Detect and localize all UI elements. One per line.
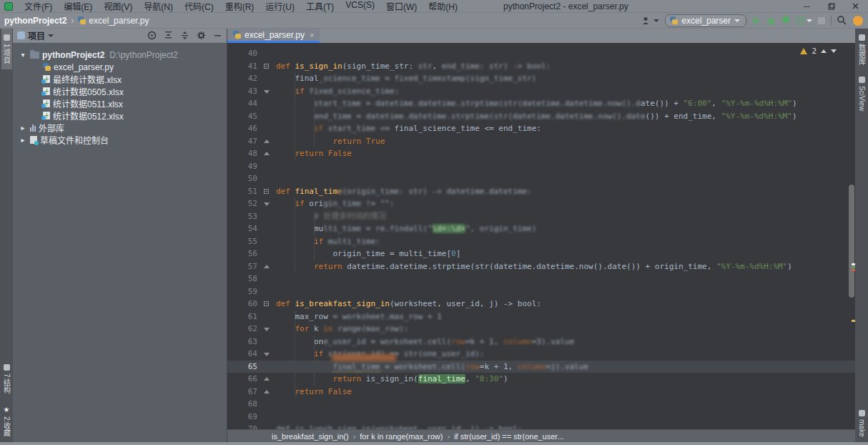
hide-panel-button[interactable] (213, 31, 222, 40)
tool-window-button-database[interactable]: 数据库 (857, 29, 867, 71)
fold-marker[interactable] (262, 323, 272, 336)
chevron-down-icon[interactable]: ▾ (19, 51, 27, 59)
menubar-item[interactable]: 视图(V) (98, 0, 138, 13)
chevron-down-icon[interactable] (48, 34, 54, 37)
code-line-66[interactable]: 66 return is_sign_in(final_time, "8:30") (227, 373, 855, 386)
avatar-icon[interactable] (852, 14, 864, 27)
minimize-button[interactable] (795, 0, 819, 12)
tool-window-button-sciview[interactable]: SciView (858, 71, 866, 117)
tree-item[interactable]: excel_parser.py (13, 61, 227, 73)
menubar-item[interactable]: 窗口(W) (380, 0, 423, 13)
code-line-41[interactable]: 41def is_sign_in(sign_time_str: str, end… (227, 60, 855, 73)
menubar-item[interactable]: 文件(F) (19, 0, 58, 13)
code-line-46[interactable]: 46 if start_time <= final_science_time <… (227, 122, 855, 135)
tab-close-icon[interactable]: × (310, 31, 314, 39)
prev-warning-icon[interactable] (821, 49, 827, 53)
fold-marker[interactable] (262, 147, 272, 160)
tree-item[interactable]: ▸草稿文件和控制台 (13, 134, 227, 146)
code-line-42[interactable]: 42 final_science_time = fixed_timestamp(… (227, 72, 855, 85)
menubar-item[interactable]: 编辑(E) (58, 0, 98, 13)
code-editor[interactable]: 4041def is_sign_in(sign_time_str: str, e… (227, 43, 855, 429)
code-line-54[interactable]: 54 multi_time = re.findall("\d+:\d+", or… (227, 222, 855, 235)
menubar-item[interactable]: 重构(R) (220, 0, 260, 13)
editor-breadcrumb-item[interactable]: for k in range(max_row) (360, 432, 443, 441)
tab-excel-parser[interactable]: excel_parser.py × (227, 29, 320, 43)
code-line-62[interactable]: 62 for k in range(max_row): (227, 323, 855, 336)
fold-marker[interactable] (262, 298, 272, 310)
chevron-right-icon[interactable]: ▸ (19, 136, 27, 144)
tool-window-button-structure[interactable]: 7:结构 (1, 358, 12, 399)
fold-marker[interactable] (262, 373, 272, 386)
code-line-68[interactable]: 68 (227, 398, 855, 411)
stripe-mark-yellow[interactable] (852, 320, 855, 322)
fold-marker[interactable] (262, 348, 272, 361)
code-line-44[interactable]: 44 start_time = datetime.datetime.strpti… (227, 97, 855, 110)
fold-marker[interactable] (262, 197, 272, 210)
stripe-mark-white[interactable] (852, 263, 855, 265)
code-line-60[interactable]: 60def is_breakfast_sign_in(worksheet, us… (227, 298, 855, 310)
run-button[interactable] (752, 14, 761, 27)
tree-item[interactable]: 统计数据0505.xlsx (13, 85, 227, 97)
collapse-all-button[interactable] (180, 31, 189, 40)
fold-marker[interactable] (262, 185, 272, 198)
fold-marker[interactable] (262, 60, 272, 73)
stripe-mark-red[interactable] (852, 269, 855, 271)
chevron-right-icon[interactable]: ▸ (19, 124, 27, 132)
profiler-button[interactable] (796, 14, 812, 27)
code-line-67[interactable]: 67 return False (227, 386, 855, 398)
code-line-48[interactable]: 48 return False (227, 147, 855, 160)
menubar-item[interactable]: 工具(T) (300, 0, 340, 13)
code-line-40[interactable]: 40 (227, 47, 855, 60)
run-configuration-select[interactable]: excel_parser (665, 14, 746, 27)
code-line-59[interactable]: 59 (227, 285, 855, 298)
tree-item[interactable]: 统计数据0511.xlsx (13, 97, 227, 109)
maximize-button[interactable] (819, 0, 844, 12)
fold-marker[interactable] (262, 386, 272, 398)
code-line-63[interactable]: 63 one_user_id = worksheet.cell(row=k + … (227, 336, 855, 348)
tool-window-button-star[interactable]: ★2:收藏 (1, 400, 12, 442)
breadcrumb-item[interactable]: pythonProject2 (4, 16, 66, 26)
code-line-55[interactable]: 55 if multi_time: (227, 235, 855, 248)
fold-marker[interactable] (262, 260, 272, 273)
menubar-item[interactable]: 导航(N) (138, 0, 179, 13)
settings-gear-icon[interactable] (197, 31, 206, 40)
fold-marker[interactable] (262, 85, 272, 98)
tool-window-button-folder[interactable]: 1:项目 (1, 29, 12, 69)
code-line-64[interactable]: 64 if str(user_id) == str(one_user_id): (227, 348, 855, 361)
expand-all-button[interactable] (164, 31, 173, 40)
code-line-70[interactable]: 70def is_lunch_sign_in(worksheet, user_i… (227, 423, 855, 429)
menubar-item[interactable]: 运行(U) (260, 0, 300, 13)
stripe-mark-green[interactable] (852, 266, 855, 268)
tree-item[interactable]: ▸外部库 (13, 122, 227, 134)
tool-window-button-hammer[interactable]: make (858, 404, 866, 442)
user-profile-icon[interactable] (642, 14, 659, 27)
search-everywhere-icon[interactable] (837, 14, 847, 27)
menubar-item[interactable]: 帮助(H) (423, 0, 463, 13)
inspections-widget[interactable]: 2 (800, 47, 837, 56)
code-line-43[interactable]: 43 if fixed_science_time: (227, 85, 855, 98)
code-line-53[interactable]: 53 # 处理多时间的情况 (227, 210, 855, 223)
code-line-45[interactable]: 45 end_time = datetime.datetime.strptime… (227, 110, 855, 123)
code-line-69[interactable]: 69 (227, 411, 855, 424)
menubar-item[interactable]: VCS(S) (340, 0, 380, 13)
code-line-50[interactable]: 50 (227, 172, 855, 185)
editor-breadcrumb-item[interactable]: if str(user_id) == str(one_user... (454, 432, 563, 441)
locate-file-button[interactable] (147, 31, 157, 40)
code-line-57[interactable]: 57 return datetime.datetime.strptime(str… (227, 260, 855, 273)
code-line-52[interactable]: 52 if origin_time != "": (227, 197, 855, 210)
debug-button[interactable] (766, 14, 776, 27)
stop-button[interactable] (818, 14, 825, 27)
code-line-58[interactable]: 58 (227, 273, 855, 285)
menubar-item[interactable]: 代码(C) (179, 0, 220, 13)
code-line-61[interactable]: 61 max_row = worksheet.max_row + 1 (227, 310, 855, 323)
run-with-coverage-button[interactable] (781, 14, 790, 27)
project-panel-title[interactable]: 项目 (28, 29, 45, 41)
code-line-56[interactable]: 56 origin_time = multi_time[0] (227, 248, 855, 260)
next-warning-icon[interactable] (831, 49, 837, 53)
tree-item[interactable]: 统计数据0512.xlsx (13, 109, 227, 122)
fold-marker[interactable] (262, 135, 272, 148)
code-line-65[interactable]: 65 final_time = worksheet.cell(row=k + 1… (227, 361, 855, 373)
tree-item[interactable]: 最终统计数据.xlsx (13, 73, 227, 85)
close-button[interactable] (844, 0, 868, 12)
tree-item[interactable]: ▾pythonProject2D:\pythonProject2 (13, 49, 227, 61)
